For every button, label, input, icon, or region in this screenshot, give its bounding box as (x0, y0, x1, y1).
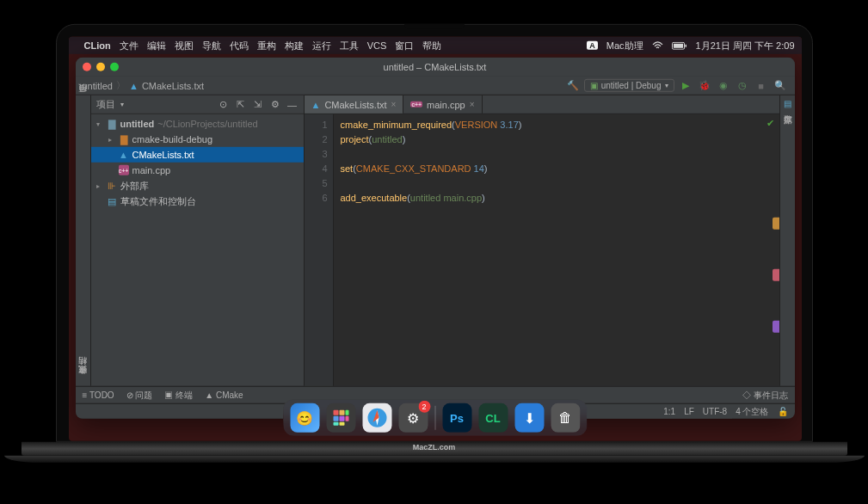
wifi-icon[interactable] (652, 41, 663, 50)
tree-item-label: 外部库 (120, 179, 149, 192)
svg-rect-6 (333, 416, 338, 421)
battery-icon[interactable] (672, 41, 687, 49)
svg-rect-4 (339, 410, 344, 415)
expand-all-icon[interactable]: ⇱ (235, 98, 247, 110)
svg-rect-3 (333, 410, 338, 415)
assistant-menu[interactable]: Mac助理 (606, 39, 643, 52)
problems-tool-button[interactable]: ⊘ 问题 (126, 389, 153, 401)
folder-icon: ▇ (107, 119, 117, 129)
clock[interactable]: 1月21日 周四 下午 2:09 (696, 39, 795, 52)
dock-trash[interactable]: 🗑 (551, 403, 580, 433)
marker-icon[interactable] (773, 269, 779, 281)
dock-settings[interactable]: ⚙2 (398, 403, 428, 433)
svg-rect-10 (339, 422, 344, 426)
run-config-selector[interactable]: ▣ untitled | Debug ▾ (584, 79, 674, 92)
scratch-icon: ▤ (107, 196, 117, 206)
menu-navigate[interactable]: 导航 (202, 39, 221, 52)
input-source-icon[interactable]: A (587, 41, 598, 50)
select-opened-file-icon[interactable]: ⊙ (218, 98, 230, 110)
cmake-file-icon: ▲ (119, 150, 129, 160)
project-panel: 项目 ▾ ⊙ ⇱ ⇲ ⚙ — ▾ ▇ (91, 95, 305, 386)
breadcrumb-root[interactable]: untitled (83, 80, 113, 90)
terminal-tool-button[interactable]: ▣ 终端 (164, 389, 193, 401)
navigation-bar: untitled 〉 ▲ CMakeLists.txt 🔨 ▣ untitled… (76, 77, 795, 95)
tree-item-label: 草稿文件和控制台 (120, 194, 196, 207)
menu-file[interactable]: 文件 (120, 39, 139, 52)
dock-downloads[interactable]: ⬇ (514, 403, 544, 433)
menu-build[interactable]: 构建 (285, 39, 304, 52)
run-button[interactable]: ▶ (678, 77, 693, 93)
menu-window[interactable]: 窗口 (395, 39, 414, 52)
dock-clion[interactable]: CL (478, 403, 508, 433)
tree-item-build[interactable]: ▸ ▇ cmake-build-debug (91, 132, 304, 147)
editor-tabs: ▲ CMakeLists.txt × c++ main.cpp × (305, 95, 779, 114)
debug-button[interactable]: 🐞 (697, 77, 712, 93)
search-everywhere-button[interactable]: 🔍 (773, 77, 788, 93)
library-icon: ⊪ (107, 181, 117, 191)
menu-edit[interactable]: 编辑 (147, 39, 166, 52)
menu-code[interactable]: 代码 (230, 39, 249, 52)
dock-separator (434, 406, 435, 430)
chevron-right-icon[interactable]: ▸ (96, 181, 103, 189)
stop-button[interactable]: ■ (754, 77, 769, 93)
tree-item-cmakelists[interactable]: ▲ CMakeLists.txt (91, 147, 304, 163)
menu-help[interactable]: 帮助 (422, 39, 441, 52)
zoom-window-button[interactable] (110, 63, 119, 71)
cmake-tool-button[interactable]: ▲ CMake (205, 390, 243, 400)
project-tree[interactable]: ▾ ▇ untitled ~/CLionProjects/untitled ▸ … (91, 114, 304, 386)
cmake-file-icon: ▲ (129, 80, 139, 90)
app-name[interactable]: CLion (84, 40, 111, 51)
tree-root[interactable]: ▾ ▇ untitled ~/CLionProjects/untitled (91, 116, 304, 132)
dock-finder[interactable]: 😊 (290, 403, 319, 433)
menu-vcs[interactable]: VCS (367, 40, 387, 51)
chevron-right-icon[interactable]: ▸ (108, 135, 115, 143)
tree-item-external[interactable]: ▸ ⊪ 外部库 (91, 178, 304, 194)
lock-icon[interactable]: 🔓 (778, 407, 788, 416)
coverage-button[interactable]: ◉ (716, 77, 731, 93)
menu-run[interactable]: 运行 (312, 39, 331, 52)
line-separator[interactable]: LF (684, 407, 694, 416)
macos-dock: 😊 ⚙2 Ps CL ⬇ 🗑 (283, 400, 587, 436)
dock-photoshop[interactable]: Ps (442, 403, 471, 433)
indent-setting[interactable]: 4 个空格 (736, 405, 768, 417)
menu-refactor[interactable]: 重构 (257, 39, 276, 52)
dock-safari[interactable] (362, 403, 391, 433)
caret-position[interactable]: 1:1 (663, 407, 675, 416)
build-button[interactable]: 🔨 (565, 77, 581, 93)
tab-maincpp[interactable]: c++ main.cpp × (403, 95, 482, 114)
gear-icon[interactable]: ⚙ (269, 98, 281, 110)
menu-tools[interactable]: 工具 (340, 39, 359, 52)
line-number-gutter: 123456 (305, 114, 334, 386)
event-log-button[interactable]: ◇ 事件日志 (742, 389, 788, 401)
right-tool-rail: ▤ 数据库 (779, 95, 795, 386)
todo-tool-button[interactable]: ≡ TODO (83, 390, 114, 400)
hide-panel-icon[interactable]: — (286, 98, 299, 110)
code-content[interactable]: cmake_minimum_required(VERSION 3.17)proj… (334, 114, 779, 386)
close-tab-icon[interactable]: × (470, 100, 475, 109)
breadcrumb-file[interactable]: CMakeLists.txt (142, 80, 204, 90)
dock-launchpad[interactable] (326, 403, 355, 433)
close-tab-icon[interactable]: × (391, 100, 397, 109)
tab-cmakelists[interactable]: ▲ CMakeLists.txt × (305, 95, 404, 114)
code-editor[interactable]: 123456 cmake_minimum_required(VERSION 3.… (305, 114, 779, 386)
chevron-down-icon[interactable]: ▾ (120, 101, 124, 108)
database-tool-icon[interactable]: ▤ (784, 99, 791, 108)
tree-root-path: ~/CLionProjects/untitled (157, 119, 257, 129)
close-window-button[interactable] (83, 63, 91, 71)
menu-view[interactable]: 视图 (175, 39, 194, 52)
tree-item-scratches[interactable]: ▤ 草稿文件和控制台 (91, 194, 304, 209)
tree-item-maincpp[interactable]: c++ main.cpp (91, 163, 304, 178)
left-tool-rail: 项目 结构 收藏夹 (76, 95, 91, 386)
chevron-down-icon: ▾ (665, 82, 668, 89)
marker-icon[interactable] (773, 218, 779, 230)
svg-rect-2 (685, 44, 686, 46)
chevron-down-icon[interactable]: ▾ (96, 120, 103, 127)
minimize-window-button[interactable] (96, 63, 105, 71)
svg-rect-1 (674, 43, 683, 47)
collapse-all-icon[interactable]: ⇲ (252, 98, 264, 110)
chevron-right-icon: 〉 (116, 79, 126, 92)
marker-icon[interactable] (773, 321, 779, 333)
profile-button[interactable]: ◷ (735, 77, 750, 93)
folder-icon: ▇ (119, 134, 129, 144)
file-encoding[interactable]: UTF-8 (703, 407, 727, 416)
